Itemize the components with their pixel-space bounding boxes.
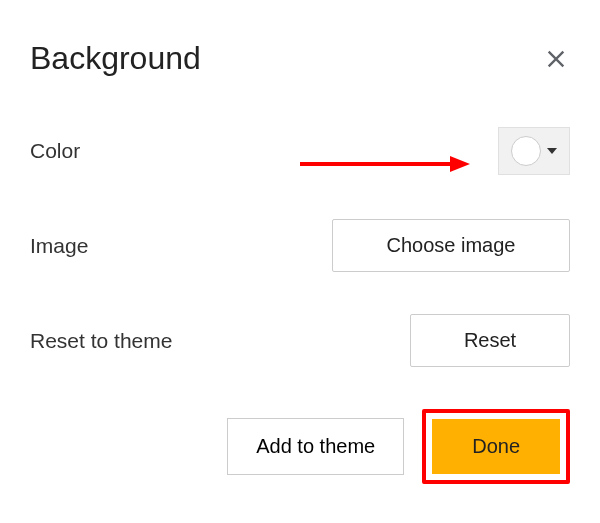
reset-row: Reset to theme Reset xyxy=(30,314,570,367)
dialog-header: Background xyxy=(30,40,570,77)
close-icon xyxy=(545,48,567,70)
reset-label: Reset to theme xyxy=(30,329,172,353)
color-swatch xyxy=(511,136,541,166)
color-label: Color xyxy=(30,139,80,163)
choose-image-button[interactable]: Choose image xyxy=(332,219,570,272)
done-button[interactable]: Done xyxy=(432,419,560,474)
dialog-footer: Add to theme Done xyxy=(30,409,570,484)
dialog-title: Background xyxy=(30,40,201,77)
image-row: Image Choose image xyxy=(30,219,570,272)
done-highlight-annotation: Done xyxy=(422,409,570,484)
close-button[interactable] xyxy=(542,45,570,73)
color-row: Color xyxy=(30,125,570,177)
chevron-down-icon xyxy=(547,148,557,154)
color-picker-button[interactable] xyxy=(498,127,570,175)
image-label: Image xyxy=(30,234,88,258)
reset-button[interactable]: Reset xyxy=(410,314,570,367)
add-to-theme-button[interactable]: Add to theme xyxy=(227,418,404,475)
